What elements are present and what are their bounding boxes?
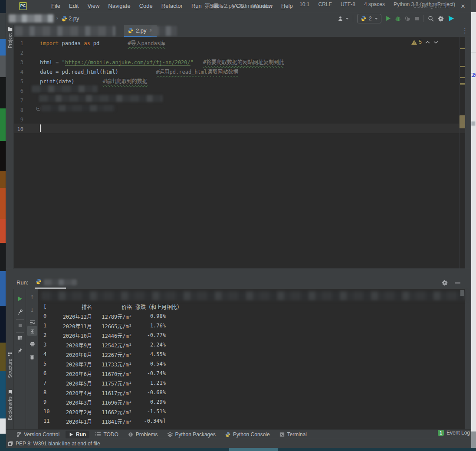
line-number: 6 (14, 86, 23, 96)
redacted-breadcrumb (9, 14, 54, 23)
run-header-actions (442, 280, 460, 286)
caret-position[interactable]: 10:1 (299, 1, 309, 7)
error-stripe[interactable] (460, 37, 465, 268)
folder-icon (8, 27, 13, 31)
chevron-up-icon[interactable] (425, 41, 430, 44)
pycharm-logo-icon: PC (19, 2, 27, 10)
console-row: 32020年9月12542元/m²2.24% (38, 340, 465, 350)
python-icon (225, 432, 230, 437)
chevron-down-icon[interactable] (433, 41, 438, 44)
line-number: 4 (14, 67, 23, 77)
toolbar-separator (423, 15, 424, 22)
user-account-icon[interactable] (338, 16, 349, 22)
console-row: 102020年2月11662元/m²-1.51% (38, 407, 465, 416)
edit-configuration-wrench-icon[interactable] (17, 309, 23, 315)
warning-count: 5 (419, 39, 422, 45)
toolwindow-run[interactable]: Run (66, 431, 89, 438)
gear-icon[interactable] (442, 280, 448, 286)
debug-button bug-icon[interactable] (395, 16, 401, 22)
editor-scrollbar-thumb[interactable] (460, 115, 465, 128)
pin-tab-icon[interactable] (17, 347, 23, 353)
toolwindow-terminal[interactable]: Terminal (276, 431, 310, 438)
run-console-output[interactable]: [排名价格涨跌（和上月相比）02020年12月12789元/m²0.98%120… (38, 289, 465, 429)
run-panel-label: Run: (16, 279, 28, 286)
redacted-run-tab-name (44, 279, 77, 285)
settings-button gear-icon[interactable] (438, 16, 444, 22)
close-button[interactable]: ✕ (455, 0, 471, 12)
toolwindow-python-packages[interactable]: Python Packages (164, 431, 219, 438)
menu-item[interactable]: View (83, 0, 104, 12)
redacted-tabs (15, 26, 115, 36)
event-log-button[interactable]: 1 Event Log (438, 430, 470, 436)
run-with-coverage-button[interactable] (405, 16, 410, 21)
menu-item[interactable]: Edit (65, 0, 83, 12)
soft-wrap-icon[interactable] (29, 319, 35, 325)
menu-item[interactable]: Navigate (104, 0, 135, 12)
bookmark-icon (8, 389, 12, 394)
python-icon (361, 16, 366, 21)
code-line: import pandas as pd #导入pandas库 (40, 39, 165, 48)
notification-badge: 1 (438, 430, 444, 436)
breadcrumb-file[interactable]: 2.py (69, 15, 79, 22)
run-button[interactable] (385, 16, 391, 21)
tab-overflow-icon[interactable]: ⋮ (462, 27, 468, 35)
next-occurrence-icon[interactable]: ↓ (29, 307, 35, 313)
menu-item[interactable]: Window (248, 0, 277, 12)
tab-label: 2.py (136, 27, 147, 34)
restore-layout-icon[interactable] (17, 335, 23, 341)
menu-item[interactable]: File (47, 0, 65, 12)
warning-stripe-mark (460, 66, 465, 67)
toolwindow-version-control[interactable]: Version Control (13, 431, 63, 438)
toolwindow-todo[interactable]: TODO (92, 431, 121, 438)
python-icon (128, 28, 133, 33)
code-line: html = "https://mobile.anjuke.com/xf/fj-… (40, 58, 284, 67)
warning-stripe-mark (460, 83, 465, 85)
console-scrollbar-thumb[interactable] (460, 290, 464, 296)
run-configuration-selector[interactable]: 2 (357, 14, 381, 23)
search-everywhere-button search-icon[interactable] (428, 16, 434, 22)
console-row: 52020年7月11733元/m²0.54% (38, 359, 465, 369)
toolwindow-python-console[interactable]: Python Console (222, 431, 273, 438)
toolwindow-quick-access-icon[interactable] (8, 441, 13, 446)
indent-setting[interactable]: 4 spaces (364, 1, 385, 7)
print-icon[interactable] (29, 341, 35, 347)
menu-item[interactable]: Help (277, 0, 297, 12)
rerun-button[interactable] (17, 296, 23, 302)
menu-item[interactable]: Code (135, 0, 157, 12)
console-row: 92020年3月11696元/m²0.29% (38, 397, 465, 407)
line-number: 3 (14, 58, 23, 67)
desktop-taskbar-strip (0, 448, 476, 451)
sidebar-item-bookmarks[interactable]: Bookmarks (6, 389, 14, 420)
terminal-icon (279, 432, 285, 437)
sidebar-item-project[interactable]: Project (6, 27, 14, 48)
stop-button[interactable] (17, 322, 23, 328)
line-number: 9 (14, 115, 23, 124)
warning-stripe-mark (460, 48, 465, 49)
inspection-widget[interactable]: 5 (411, 39, 438, 45)
status-message[interactable]: PEP 8: W391 blank line at end of file (16, 441, 100, 447)
stop-button[interactable] (414, 16, 420, 21)
console-rows: [排名价格涨跌（和上月相比）02020年12月12789元/m²0.98%120… (38, 302, 465, 426)
clear-console-trash-icon[interactable] (29, 354, 35, 360)
menu-item[interactable]: Tools (206, 0, 228, 12)
ide-gradient-logo-icon[interactable] (448, 15, 454, 22)
warning-icon (411, 40, 417, 45)
prev-occurrence-icon[interactable]: ↑ (29, 294, 35, 300)
console-row: 82020年4月11617元/m²-0.68% (38, 388, 465, 397)
run-panel-header: Run: (6, 269, 471, 289)
menu-item[interactable]: VCS (228, 0, 248, 12)
console-row: 22020年10月12446元/m²-0.77% (38, 330, 465, 340)
code-editor[interactable]: 12345678910 import pandas as pd #导入panda… (14, 37, 465, 268)
tool-window-bar: Version Control Run TODO Problems Python… (6, 429, 471, 439)
hide-panel-icon[interactable] (455, 282, 460, 284)
text-caret (40, 124, 41, 132)
sidebar-item-structure[interactable]: Structure (6, 352, 14, 378)
toolwindow-problems[interactable]: Problems (125, 431, 161, 438)
todo-list-icon (95, 432, 101, 437)
fold-marker-icon[interactable]: − (36, 107, 40, 111)
file-encoding[interactable]: UTF-8 (341, 1, 355, 7)
menu-item[interactable]: Run (187, 0, 206, 12)
menu-item[interactable]: Refactor (157, 0, 187, 12)
line-ending[interactable]: CRLF (318, 1, 332, 7)
scroll-to-end-icon[interactable] (29, 328, 35, 334)
